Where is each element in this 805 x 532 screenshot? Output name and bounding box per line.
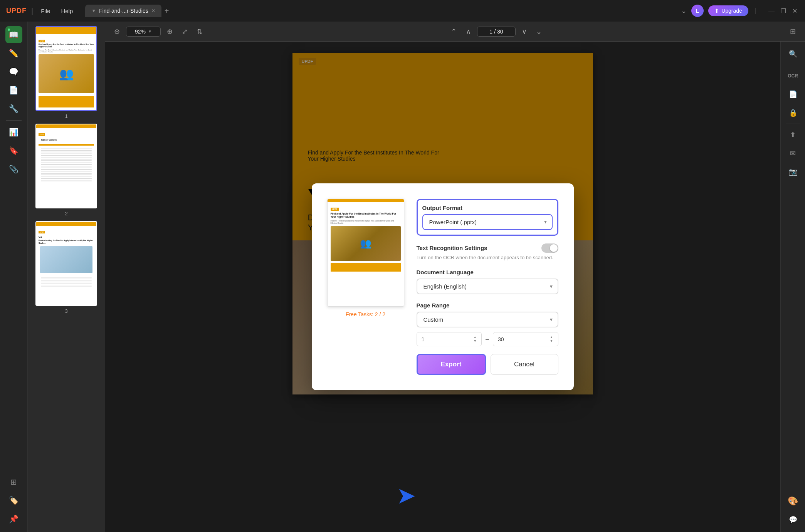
sidebar-item-tools[interactable]: 🔧 bbox=[5, 100, 22, 117]
document-language-label: Document Language bbox=[417, 269, 558, 275]
tab-close-button[interactable]: ✕ bbox=[151, 8, 155, 13]
thumbnail-image-1[interactable]: UPDF Find and Apply For the Best Institu… bbox=[35, 26, 97, 111]
right-sidebar-ai-icon[interactable]: 🎨 bbox=[785, 493, 801, 509]
export-button[interactable]: Export bbox=[417, 354, 486, 375]
page-range-label: Page Range bbox=[417, 302, 558, 309]
right-sidebar-extract[interactable]: 📄 bbox=[785, 87, 801, 102]
window-controls: — ❐ ✕ bbox=[767, 6, 799, 16]
page-range-dash: – bbox=[486, 336, 489, 343]
dialog-preview-area: UPDF Find and Apply For the Best Institu… bbox=[327, 199, 404, 375]
layers-icon: ⊞ bbox=[10, 477, 17, 487]
thumbnail-image-3[interactable]: UPDF 01 Understanding the Need to Apply … bbox=[35, 221, 97, 306]
help-menu[interactable]: Help bbox=[58, 6, 76, 16]
right-sidebar-email[interactable]: ✉ bbox=[785, 146, 801, 161]
sidebar-divider-1 bbox=[6, 120, 22, 121]
right-sidebar-search[interactable]: 🔍 bbox=[785, 46, 801, 62]
attachment-icon: 📎 bbox=[9, 164, 18, 174]
right-sidebar-camera[interactable]: 📷 bbox=[785, 164, 801, 180]
active-tab[interactable]: ▼ Find-and-...r-Studies ✕ bbox=[85, 5, 161, 17]
document-language-group: Document Language English (English) Fren… bbox=[417, 269, 558, 294]
thumbnail-page-number-3: 3 bbox=[65, 308, 67, 314]
sidebar-item-paperclip[interactable]: 📌 bbox=[5, 510, 22, 527]
next-page-small-button[interactable]: ∨ bbox=[519, 26, 530, 37]
page-to-value: 30 bbox=[498, 336, 504, 342]
sidebar-item-read[interactable]: 📖 bbox=[5, 26, 22, 43]
bookmark-icon: 🔖 bbox=[9, 146, 18, 155]
page-from-up[interactable]: ▲ bbox=[473, 336, 477, 339]
zoom-level: 92% bbox=[135, 29, 146, 35]
free-tasks-label: Free Tasks: 2 / 2 bbox=[346, 311, 385, 317]
arrow-pointer: ➤ bbox=[397, 482, 416, 509]
sidebar-item-bookmarks-list[interactable]: 🏷️ bbox=[5, 492, 22, 509]
view-mode-button[interactable]: ⊞ bbox=[787, 26, 799, 37]
right-sidebar-ocr[interactable]: OCR bbox=[785, 68, 801, 84]
document-language-select[interactable]: English (English) French (Français) Span… bbox=[417, 279, 558, 294]
minimize-button[interactable]: — bbox=[767, 6, 776, 16]
edit-icon: ✏️ bbox=[9, 49, 18, 58]
right-sidebar: 🔍 OCR 📄 🔒 ⬆ ✉ 📷 🎨 💬 bbox=[780, 42, 805, 532]
file-menu[interactable]: File bbox=[38, 6, 53, 16]
right-sidebar-chat[interactable]: 💬 bbox=[785, 512, 801, 527]
prev-page-small-button[interactable]: ∧ bbox=[463, 26, 474, 37]
thumbnail-image-2[interactable]: UPDF Table of Contents bbox=[35, 124, 97, 208]
sidebar-item-bookmark[interactable]: 🔖 bbox=[5, 142, 22, 159]
left-sidebar: 📖 ✏️ 🗨️ 📄 🔧 📊 🔖 📎 ⊞ 🏷️ bbox=[0, 22, 28, 532]
page-to-input[interactable]: 30 ▲ ▼ bbox=[493, 332, 558, 346]
sidebar-item-pages[interactable]: 📄 bbox=[5, 82, 22, 99]
thumbnail-2[interactable]: UPDF Table of Contents bbox=[31, 124, 102, 216]
pdf-view: UPDF Find and Apply For the Best Institu… bbox=[105, 42, 780, 532]
tab-area: ▼ Find-and-...r-Studies ✕ + bbox=[85, 5, 676, 17]
thumbnail-people-image: 👥 bbox=[59, 67, 74, 81]
sidebar-item-edit[interactable]: ✏️ bbox=[5, 45, 22, 62]
right-sidebar-lock[interactable]: 🔒 bbox=[785, 105, 801, 121]
dialog-buttons-row: Export Cancel bbox=[417, 354, 558, 375]
tabs-dropdown-button[interactable]: ⌄ bbox=[681, 7, 687, 15]
prev-page-button[interactable]: ⌃ bbox=[448, 26, 460, 37]
preview-card-top-bar bbox=[328, 199, 404, 202]
page-range-select-wrapper: Custom All Pages Current Page ▼ bbox=[417, 312, 558, 327]
page-from-down[interactable]: ▼ bbox=[473, 339, 477, 343]
text-recognition-label: Text Recognition Settings bbox=[417, 245, 487, 251]
modal-backdrop: ➤ UPDF Find and Apply For the Best Insti… bbox=[105, 42, 780, 532]
add-tab-button[interactable]: + bbox=[165, 7, 169, 15]
page-to-up[interactable]: ▲ bbox=[550, 336, 553, 339]
thumbnail-page-number-1: 1 bbox=[65, 113, 67, 119]
fit-width-button[interactable]: ⇅ bbox=[194, 26, 206, 37]
toggle-knob bbox=[550, 244, 558, 252]
content-area: ⊖ 92% ▼ ⊕ ⤢ ⇅ ⌃ ∧ 1 / 30 ∨ ⌄ ⊞ bbox=[105, 22, 805, 532]
close-button[interactable]: ✕ bbox=[791, 6, 799, 16]
zoom-in-button[interactable]: ⊕ bbox=[164, 26, 176, 37]
right-sidebar-upload[interactable]: ⬆ bbox=[785, 127, 801, 143]
fit-page-button[interactable]: ⤢ bbox=[179, 26, 191, 37]
app-logo: UPDF bbox=[6, 7, 27, 15]
main-layout: 📖 ✏️ 🗨️ 📄 🔧 📊 🔖 📎 ⊞ 🏷️ bbox=[0, 22, 805, 532]
page-separator: / bbox=[494, 29, 496, 35]
sidebar-item-export[interactable]: 📊 bbox=[5, 124, 22, 141]
zoom-out-button[interactable]: ⊖ bbox=[111, 26, 123, 37]
user-avatar[interactable]: L bbox=[691, 5, 704, 17]
right-sidebar-divider-1 bbox=[786, 65, 800, 65]
sidebar-item-comment[interactable]: 🗨️ bbox=[5, 63, 22, 80]
output-format-group: Output Format PowerPoint (.pptx) Word (.… bbox=[417, 199, 558, 236]
page-range-group: Page Range Custom All Pages Current Page… bbox=[417, 302, 558, 346]
thumbnail-1[interactable]: UPDF Find and Apply For the Best Institu… bbox=[31, 26, 102, 119]
thumbnail-3[interactable]: UPDF 01 Understanding the Need to Apply … bbox=[31, 221, 102, 314]
upgrade-button[interactable]: ⬆ Upgrade bbox=[708, 5, 748, 16]
page-to-down[interactable]: ▼ bbox=[550, 339, 553, 343]
sidebar-item-layers[interactable]: ⊞ bbox=[5, 473, 22, 490]
toolbar: ⊖ 92% ▼ ⊕ ⤢ ⇅ ⌃ ∧ 1 / 30 ∨ ⌄ ⊞ bbox=[105, 22, 805, 42]
page-range-select[interactable]: Custom All Pages Current Page bbox=[417, 312, 558, 327]
comment-icon: 🗨️ bbox=[9, 67, 18, 76]
page-from-value: 1 bbox=[422, 336, 425, 342]
page-from-input[interactable]: 1 ▲ ▼ bbox=[417, 332, 482, 346]
pages-icon: 📄 bbox=[9, 86, 18, 95]
preview-card: UPDF Find and Apply For the Best Institu… bbox=[327, 199, 404, 307]
maximize-button[interactable]: ❐ bbox=[779, 6, 788, 16]
output-format-select[interactable]: PowerPoint (.pptx) Word (.docx) Excel (.… bbox=[422, 214, 553, 230]
next-page-button[interactable]: ⌄ bbox=[533, 26, 545, 37]
text-recognition-toggle[interactable] bbox=[541, 243, 558, 253]
sidebar-item-attachment[interactable]: 📎 bbox=[5, 161, 22, 178]
current-page[interactable]: 1 bbox=[489, 29, 492, 35]
right-sidebar-divider-2 bbox=[786, 124, 800, 124]
cancel-button[interactable]: Cancel bbox=[491, 354, 558, 375]
